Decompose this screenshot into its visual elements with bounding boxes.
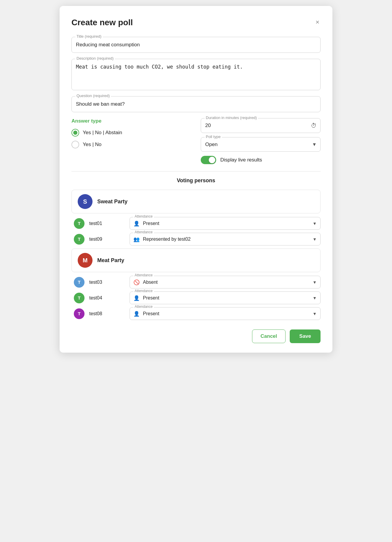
duration-label: Duration in minutes (required) [205,115,258,120]
person-avatar-test01: T [74,218,85,229]
person-icon-test01: 👤 [133,220,140,226]
save-button[interactable]: Save [290,329,321,343]
answer-duration-row: Answer type Yes | No | Abstain Yes | No … [71,118,321,164]
person-icon-test04: 👤 [133,295,140,301]
voting-persons-title: Voting persons [71,178,321,184]
attendance-select-test01: Attendance 👤 Present Absent Represented … [130,217,321,230]
answer-type-heading: Answer type [71,118,191,124]
person-avatar-test03: T [74,277,85,288]
display-live-results-label: Display live results [220,157,262,163]
timer-icon: ⏱ [311,122,317,129]
sweat-party-name: Sweat Party [97,199,128,205]
create-poll-modal: Create new poll × Title (required) Descr… [60,6,332,353]
poll-type-label: Poll type [205,134,222,139]
display-live-results-row: Display live results [201,156,321,164]
person-avatar-test09: T [74,234,85,245]
attendance-select-test03: Attendance 🚫 Present Absent Represented … [130,276,321,289]
section-divider [71,171,321,172]
modal-header: Create new poll × [71,18,321,27]
sweat-party-row: S Sweat Party [71,190,321,213]
attendance-select-test09: Attendance 👥 Present Absent Represented … [130,233,321,245]
meat-party-avatar: M [78,253,93,268]
cancel-button[interactable]: Cancel [252,329,286,343]
attendance-label-test01: Attendance [133,214,154,218]
radio-yes-no-abstain[interactable]: Yes | No | Abstain [71,129,191,137]
person-name-test04: test04 [89,295,125,301]
modal-footer: Cancel Save [71,329,321,343]
toggle-slider [201,156,216,164]
question-label: Question (required) [75,93,111,98]
close-button[interactable]: × [314,18,321,27]
radio-circle-yes-no [71,141,79,148]
title-field-group: Title (required) [71,37,321,53]
radio-inner-yes-no-abstain [73,131,77,135]
person-row-test01: T test01 Attendance 👤 Present Absent Rep… [71,217,321,230]
title-input[interactable] [72,37,320,53]
person-row-test09: T test09 Attendance 👥 Present Absent Rep… [71,233,321,245]
person-avatar-test04: T [74,293,85,303]
attendance-label-test04: Attendance [133,289,154,293]
attendance-select-test08: Attendance 👤 Present Absent Represented … [130,307,321,320]
person-row-test03: T test03 Attendance 🚫 Present Absent Rep… [71,276,321,289]
question-field-group: Question (required) [71,96,321,112]
description-label: Description (required) [75,56,115,61]
display-live-results-toggle[interactable] [201,156,216,164]
radio-circle-yes-no-abstain [71,129,79,137]
person-off-icon-test03: 🚫 [133,279,140,285]
person-name-test03: test03 [89,280,125,285]
title-label: Title (required) [75,34,103,39]
meat-party-name: Meat Party [97,257,124,264]
meat-party-row: M Meat Party [71,248,321,272]
person-avatar-test08: T [74,308,85,319]
radio-label-yes-no: Yes | No [83,142,101,148]
description-field-group: Description (required) [71,59,321,90]
close-icon: × [315,18,319,26]
sweat-party-avatar: S [78,194,93,209]
question-input[interactable] [72,96,320,112]
answer-type-section: Answer type Yes | No | Abstain Yes | No [71,118,191,164]
person-name-test08: test08 [89,311,125,316]
attendance-control-test08[interactable]: Present Absent Represented by test02 [130,308,320,320]
description-input[interactable] [72,59,320,89]
poll-type-field: Poll type Open Closed Secret ▼ [201,137,321,152]
attendance-select-test04: Attendance 👤 Present Absent Represented … [130,291,321,304]
right-options-section: Duration in minutes (required) ⏱ Poll ty… [201,118,321,164]
attendance-label-test08: Attendance [133,305,154,309]
person-row-test04: T test04 Attendance 👤 Present Absent Rep… [71,291,321,304]
attendance-label-test09: Attendance [133,230,154,234]
attendance-control-test01[interactable]: Present Absent Represented by test02 [130,217,320,229]
poll-type-select[interactable]: Open Closed Secret [201,137,320,151]
radio-label-yes-no-abstain: Yes | No | Abstain [83,130,122,136]
radio-yes-no[interactable]: Yes | No [71,141,191,148]
attendance-label-test03: Attendance [133,273,154,277]
duration-field: Duration in minutes (required) ⏱ [201,118,321,133]
person-icon-test08: 👤 [133,310,140,317]
duration-input[interactable] [201,118,320,133]
attendance-control-test04[interactable]: Present Absent Represented by test02 [130,292,320,304]
modal-title: Create new poll [71,18,133,27]
attendance-control-test03[interactable]: Present Absent Represented by test02 [130,276,320,288]
people-icon-test09: 👥 [133,236,140,242]
voting-persons-section: Voting persons S Sweat Party T test01 At… [71,178,321,320]
person-row-test08: T test08 Attendance 👤 Present Absent Rep… [71,307,321,320]
person-name-test09: test09 [89,237,125,242]
person-name-test01: test01 [89,221,125,226]
attendance-control-test09[interactable]: Present Absent Represented by test02 [130,233,320,245]
